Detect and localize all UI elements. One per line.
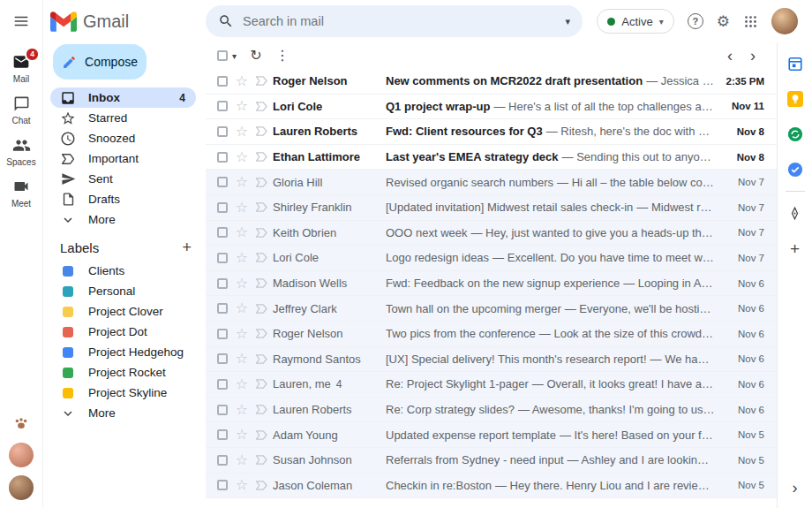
search-bar[interactable]: ▾ — [206, 5, 583, 37]
email-row[interactable]: ☆ Keith Obrien OOO next week— Hey, just … — [206, 221, 777, 246]
help-icon[interactable]: ? — [688, 13, 703, 29]
refresh-icon[interactable]: ↻ — [243, 49, 269, 63]
important-marker-icon[interactable] — [252, 402, 271, 417]
calendar-icon[interactable] — [778, 46, 812, 81]
important-marker-icon[interactable] — [252, 99, 271, 114]
important-marker-icon[interactable] — [252, 301, 271, 316]
star-icon[interactable]: ☆ — [236, 125, 248, 139]
select-all-checkbox[interactable] — [217, 50, 228, 61]
sidebar-item-more[interactable]: More — [50, 209, 196, 230]
pen-addon-icon[interactable] — [778, 195, 812, 231]
important-marker-icon[interactable] — [252, 478, 271, 493]
important-marker-icon[interactable] — [252, 452, 271, 467]
email-row[interactable]: ☆ Adam Young Updated expense report temp… — [206, 422, 777, 448]
important-marker-icon[interactable] — [252, 149, 271, 164]
star-icon[interactable]: ☆ — [236, 377, 248, 391]
get-addons-icon[interactable]: + — [778, 231, 812, 266]
main-menu-button[interactable] — [0, 0, 42, 42]
important-marker-icon[interactable] — [252, 200, 271, 215]
email-checkbox[interactable] — [217, 353, 228, 364]
search-input[interactable] — [243, 14, 556, 28]
google-apps-icon[interactable] — [743, 14, 758, 29]
email-row[interactable]: ☆ Jason Coleman Checkin in re:Boston— He… — [206, 474, 777, 499]
important-marker-icon[interactable] — [252, 124, 271, 139]
star-icon[interactable]: ☆ — [236, 99, 248, 113]
email-checkbox[interactable] — [217, 177, 228, 187]
star-icon[interactable]: ☆ — [236, 150, 248, 164]
email-checkbox[interactable] — [217, 278, 228, 289]
gmail-logo[interactable]: Gmail — [43, 11, 206, 32]
important-marker-icon[interactable] — [252, 73, 271, 88]
more-options-icon[interactable]: ⋮ — [269, 49, 296, 63]
sidebar-label-personal[interactable]: Personal — [50, 281, 196, 301]
email-row[interactable]: ☆ Lauren, me4 Re: Project Skylight 1-pag… — [206, 372, 777, 398]
email-row[interactable]: ☆ Susan Johnson Referrals from Sydney - … — [206, 448, 777, 474]
email-row[interactable]: ☆ Lauren Roberts Fwd: Client resources f… — [206, 119, 777, 145]
sidebar-label-project-clover[interactable]: Project Clover — [50, 301, 196, 322]
email-checkbox[interactable] — [217, 202, 228, 213]
email-checkbox[interactable] — [217, 303, 228, 314]
sidebar-item-starred[interactable]: Starred — [50, 108, 196, 128]
email-checkbox[interactable] — [217, 379, 228, 390]
hide-side-panel-icon[interactable]: › — [793, 480, 798, 496]
email-checkbox[interactable] — [217, 329, 228, 339]
star-icon[interactable]: ☆ — [236, 251, 248, 265]
profile-avatar[interactable] — [771, 8, 798, 34]
email-checkbox[interactable] — [217, 429, 228, 440]
search-icon[interactable] — [218, 13, 234, 29]
email-checkbox[interactable] — [217, 227, 228, 238]
star-icon[interactable]: ☆ — [236, 352, 248, 366]
email-checkbox[interactable] — [217, 76, 228, 87]
star-icon[interactable]: ☆ — [236, 175, 248, 189]
sidebar-item-sent[interactable]: Sent — [50, 169, 196, 189]
email-row[interactable]: ☆ Gloria Hill Revised organic search num… — [206, 170, 777, 195]
star-icon[interactable]: ☆ — [236, 327, 248, 341]
email-row[interactable]: ☆ Ethan Lattimore Last year's EMEA strat… — [206, 145, 777, 171]
search-options-caret-icon[interactable]: ▾ — [565, 16, 570, 27]
email-checkbox[interactable] — [217, 126, 228, 137]
email-row[interactable]: ☆ Roger Nelson Two pics from the confere… — [206, 322, 777, 347]
important-marker-icon[interactable] — [252, 276, 271, 291]
sidebar-label-project-skyline[interactable]: Project Skyline — [50, 383, 196, 403]
star-icon[interactable]: ☆ — [236, 428, 248, 442]
rail-item-chat[interactable]: Chat — [0, 94, 42, 125]
chat-contact-avatar[interactable] — [9, 443, 34, 467]
chat-contact-avatar[interactable] — [9, 475, 34, 500]
star-icon[interactable]: ☆ — [236, 277, 248, 291]
sidebar-label-project-hedgehog[interactable]: Project Hedgehog — [50, 342, 196, 362]
email-row[interactable]: ☆ Lauren Roberts Re: Corp strategy slide… — [206, 398, 777, 423]
email-checkbox[interactable] — [217, 480, 228, 490]
compose-button[interactable]: Compose — [53, 44, 147, 80]
email-row[interactable]: ☆ Jeffrey Clark Town hall on the upcomin… — [206, 296, 777, 322]
sidebar-labels-more[interactable]: More — [50, 403, 196, 423]
important-marker-icon[interactable] — [252, 376, 271, 391]
star-icon[interactable]: ☆ — [236, 301, 248, 315]
status-selector[interactable]: Active ▾ — [597, 9, 673, 34]
important-marker-icon[interactable] — [252, 352, 271, 367]
sidebar-item-drafts[interactable]: Drafts — [50, 189, 196, 209]
email-row[interactable]: ☆ Roger Nelson New comments on MCR2022 d… — [206, 69, 777, 95]
older-page-icon[interactable]: › — [741, 48, 764, 64]
email-checkbox[interactable] — [217, 253, 228, 263]
star-icon[interactable]: ☆ — [236, 74, 248, 88]
email-checkbox[interactable] — [217, 455, 228, 466]
email-checkbox[interactable] — [217, 405, 228, 415]
settings-gear-icon[interactable]: ⚙ — [717, 14, 730, 29]
star-icon[interactable]: ☆ — [236, 478, 248, 492]
email-checkbox[interactable] — [217, 152, 228, 163]
email-row[interactable]: ☆ Madison Wells Fwd: Feedback on the new… — [206, 271, 777, 297]
email-row[interactable]: ☆ Shirley Franklin [Updated invitation] … — [206, 195, 777, 221]
create-label-button[interactable]: + — [182, 239, 192, 255]
newer-page-icon[interactable]: ‹ — [718, 48, 741, 64]
sidebar-item-important[interactable]: Important — [50, 148, 196, 169]
rail-item-mail[interactable]: 4 Mail — [0, 52, 42, 84]
important-marker-icon[interactable] — [252, 326, 271, 341]
rail-item-spaces[interactable]: Spaces — [0, 135, 42, 167]
email-row[interactable]: ☆ Raymond Santos [UX] Special delivery! … — [206, 347, 777, 373]
important-marker-icon[interactable] — [252, 175, 271, 190]
sidebar-label-project-dot[interactable]: Project Dot — [50, 322, 196, 342]
email-checkbox[interactable] — [217, 101, 228, 111]
select-dropdown-icon[interactable]: ▾ — [232, 51, 243, 61]
star-icon[interactable]: ☆ — [236, 225, 248, 239]
sidebar-item-inbox[interactable]: Inbox 4 — [50, 87, 196, 108]
